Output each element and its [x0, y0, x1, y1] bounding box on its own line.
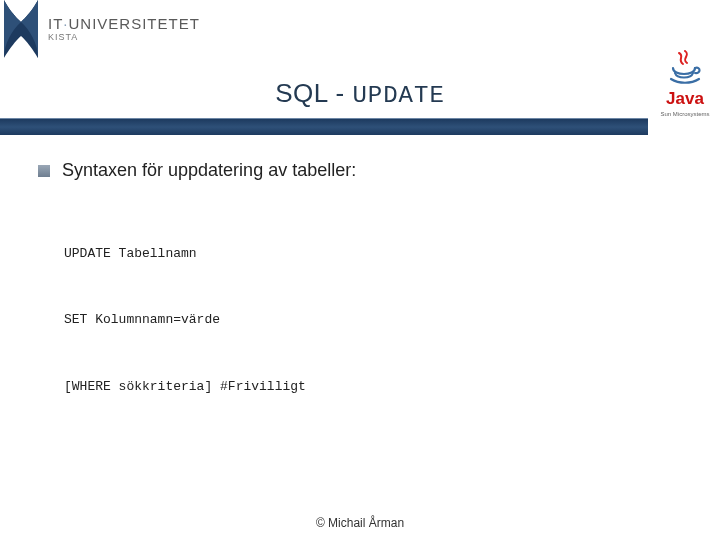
title-prefix: SQL -: [275, 78, 352, 108]
itu-logo-line1: IT·UNIVERSITETET: [48, 16, 200, 31]
square-bullet-icon: [38, 165, 50, 177]
itu-logo: IT·UNIVERSITETET KISTA: [0, 0, 200, 58]
ribbon-cross-icon: [0, 0, 42, 58]
code-line: [WHERE sökkriteria] #Frivilligt: [64, 376, 658, 398]
slide-title: SQL - UPDATE: [0, 78, 720, 109]
code-line: SET Kolumnnamn=värde: [64, 309, 658, 331]
bullet-item: Syntaxen för uppdatering av tabeller:: [38, 160, 658, 181]
code-block: UPDATE Tabellnamn SET Kolumnnamn=värde […: [64, 199, 658, 442]
itu-logo-text: IT·UNIVERSITETET KISTA: [48, 16, 200, 42]
itu-logo-mark: [0, 0, 42, 58]
slide: IT·UNIVERSITETET KISTA Java Sun Microsys…: [0, 0, 720, 540]
title-keyword: UPDATE: [352, 82, 444, 109]
java-subtext: Sun Microsystems: [656, 111, 714, 117]
itu-logo-line2: KISTA: [48, 33, 200, 42]
title-divider: [0, 118, 648, 135]
itu-logo-it: IT: [48, 15, 63, 32]
slide-body: Syntaxen för uppdatering av tabeller: UP…: [38, 160, 658, 442]
bullet-text: Syntaxen för uppdatering av tabeller:: [62, 160, 356, 181]
itu-logo-univ: UNIVERSITETET: [69, 15, 200, 32]
code-line: UPDATE Tabellnamn: [64, 243, 658, 265]
footer-credit: © Michail Årman: [0, 516, 720, 530]
